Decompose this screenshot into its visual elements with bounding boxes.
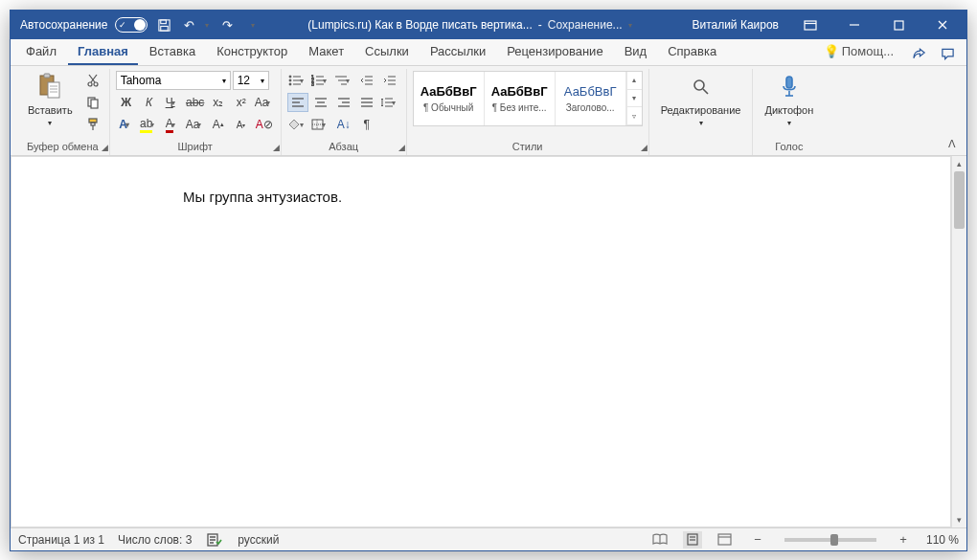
clear-formatting-button[interactable]: A⊘ [254,115,275,134]
char-shading-button[interactable]: Aa▾ [185,115,206,134]
bullets-button[interactable]: ▾ [287,71,308,90]
svg-rect-1 [161,19,167,23]
quick-access: Автосохранение ✓ ↶ ▾ ↷ ▾ [11,16,257,34]
user-name[interactable]: Виталий Каиров [684,18,786,32]
undo-dropdown-icon[interactable]: ▾ [203,16,211,34]
clipboard-group-label: Буфер обмена [22,139,103,155]
highlight-button[interactable]: ab▾ [139,115,160,134]
numbering-button[interactable]: 123▾ [310,71,331,90]
gallery-more-icon[interactable]: ▿ [626,107,642,125]
text-effects-button[interactable]: A▾ [116,115,137,134]
tab-layout[interactable]: Макет [299,40,353,65]
zoom-slider[interactable] [784,538,876,542]
tab-home[interactable]: Главная [68,40,138,65]
style-normal[interactable]: АаБбВвГ ¶ Обычный [414,72,485,125]
check-icon: ✓ [119,20,126,30]
share-button[interactable] [905,42,932,65]
styles-gallery: АаБбВвГ ¶ Обычный АаБбВвГ ¶ Без инте... … [413,71,643,126]
strikethrough-button[interactable]: abc [185,93,206,112]
group-paragraph: ▾ 123▾ ▾ ▾ ▾ ▾ [281,69,406,155]
format-painter-button[interactable] [82,115,103,134]
tell-me[interactable]: 💡Помощ... [814,40,903,65]
svg-rect-22 [91,123,95,125]
autosave-toggle[interactable]: ✓ [115,17,148,33]
tab-mailings[interactable]: Рассылки [420,40,495,65]
bold-button[interactable]: Ж [116,93,137,112]
align-center-button[interactable] [310,93,331,112]
font-size-combo[interactable]: 12▾ [233,71,269,90]
web-layout-icon[interactable] [716,531,735,549]
case-button[interactable]: Aa▾ [254,93,275,112]
tab-insert[interactable]: Вставка [140,40,205,65]
document-title: (Lumpics.ru) Как в Ворде писать вертика.… [307,18,532,32]
underline-button[interactable]: Ч▾ [162,93,183,112]
zoom-level[interactable]: 110 % [926,533,959,547]
undo-icon[interactable]: ↶ [180,16,197,34]
minimize-button[interactable] [834,11,875,39]
qat-customize-icon[interactable]: ▾ [249,16,257,34]
svg-point-16 [94,82,98,86]
close-button[interactable] [922,11,963,39]
gallery-down-icon[interactable]: ▾ [626,90,642,108]
style-heading1[interactable]: АаБбВвГ Заголово... [556,72,626,125]
svg-rect-10 [44,74,50,78]
shrink-font-button[interactable]: A▾ [231,115,252,134]
subscript-button[interactable]: x₂ [208,93,229,112]
comments-button[interactable] [934,42,961,65]
zoom-out-button[interactable]: − [748,531,767,549]
sort-button[interactable]: A↓ [333,115,354,134]
maximize-button[interactable] [878,11,919,39]
borders-button[interactable]: ▾ [310,115,331,134]
page-count[interactable]: Страница 1 из 1 [18,533,104,547]
font-name-combo[interactable]: Tahoma▾ [116,71,231,90]
tab-design[interactable]: Конструктор [207,40,297,65]
title-center: (Lumpics.ru) Как в Ворде писать вертика.… [257,16,684,34]
italic-button[interactable]: К [139,93,160,112]
zoom-thumb[interactable] [830,534,838,546]
word-count[interactable]: Число слов: 3 [118,533,192,547]
svg-rect-20 [91,100,98,108]
collapse-ribbon-icon[interactable]: ᐱ [943,136,961,151]
decrease-indent-button[interactable] [356,71,377,90]
align-left-button[interactable] [287,93,308,112]
language[interactable]: русский [238,533,279,547]
scroll-up-icon[interactable]: ▴ [952,156,966,171]
gallery-up-icon[interactable]: ▴ [626,72,642,90]
dictate-button[interactable]: Диктофон▾ [759,71,819,131]
paragraph-group-label: Абзац [287,139,400,155]
title-dropdown-icon[interactable]: ▾ [626,16,634,34]
tab-references[interactable]: Ссылки [355,40,419,65]
justify-button[interactable] [356,93,377,112]
align-right-button[interactable] [333,93,354,112]
paste-button[interactable]: Вставить▾ [22,71,79,131]
tab-file[interactable]: Файл [16,40,66,65]
font-color-button[interactable]: A▾ [162,115,183,134]
tab-view[interactable]: Вид [615,40,657,65]
print-layout-icon[interactable] [683,531,702,549]
redo-icon[interactable]: ↷ [218,16,236,34]
zoom-in-button[interactable]: + [894,531,913,549]
style-no-spacing[interactable]: АаБбВвГ ¶ Без инте... [485,72,556,125]
save-icon[interactable] [155,16,172,34]
styles-group-label: Стили [413,139,643,155]
ribbon-display-options[interactable] [790,11,830,39]
scroll-down-icon[interactable]: ▾ [952,512,966,527]
grow-font-button[interactable]: A▴ [208,115,229,134]
editing-button[interactable]: Редактирование▾ [655,71,747,131]
tab-review[interactable]: Рецензирование [497,40,612,65]
tab-help[interactable]: Справка [658,40,726,65]
increase-indent-button[interactable] [379,71,400,90]
cut-button[interactable] [82,71,103,90]
superscript-button[interactable]: x² [231,93,252,112]
spell-check-icon[interactable] [205,531,224,549]
read-mode-icon[interactable] [650,531,670,549]
scroll-thumb[interactable] [954,171,965,229]
copy-button[interactable] [82,93,103,112]
show-marks-button[interactable]: ¶ [356,115,377,134]
shading-button[interactable]: ▾ [287,115,308,134]
multilevel-list-button[interactable]: ▾ [333,71,354,90]
document-page[interactable]: Мы группа энтузиастов. [11,156,951,527]
scroll-track[interactable] [952,171,966,512]
vertical-scrollbar[interactable]: ▴ ▾ [951,156,966,527]
line-spacing-button[interactable]: ▾ [379,93,400,112]
